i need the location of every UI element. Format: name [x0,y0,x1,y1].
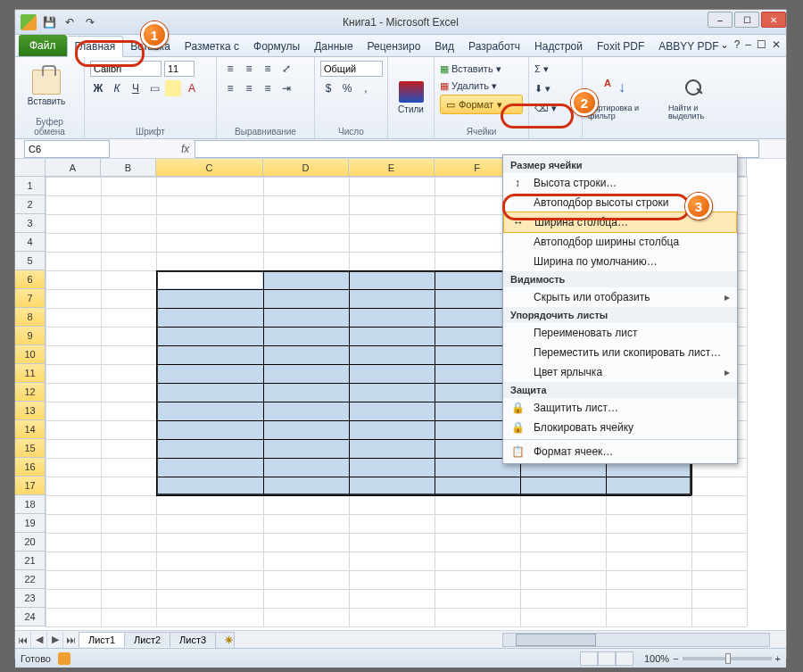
comma-button[interactable]: , [358,80,374,96]
tab-view[interactable]: Вид [427,37,461,56]
workbook-maximize-icon[interactable]: ☐ [757,38,766,51]
percent-button[interactable]: % [339,80,355,96]
menu-lock-cell[interactable]: 🔒Блокировать ячейку [503,418,737,437]
menu-row-height[interactable]: ↕Высота строки… [503,173,737,193]
row-header-10[interactable]: 10 [15,345,46,364]
tab-data[interactable]: Данные [307,37,360,56]
tab-abbyy-pdf[interactable]: ABBYY PDF [651,37,725,56]
underline-button[interactable]: Ч [128,80,144,96]
font-size-dropdown[interactable]: 11 [164,61,195,77]
column-header-E[interactable]: E [349,159,435,177]
align-center-button[interactable]: ≡ [241,80,257,96]
menu-format-cells[interactable]: 📋Формат ячеек… [503,442,737,461]
sheet-nav-prev[interactable]: ◀ [31,632,47,648]
sheet-tab-1[interactable]: Лист1 [79,632,125,647]
autosum-button[interactable]: Σ ▾ [534,61,576,77]
row-header-11[interactable]: 11 [15,364,46,383]
save-button[interactable]: 💾 [40,13,58,31]
row-header-24[interactable]: 24 [15,608,46,626]
workbook-close-icon[interactable]: ✕ [772,38,781,51]
tab-addins[interactable]: Надстрой [527,37,590,56]
row-header-20[interactable]: 20 [15,533,46,552]
name-box[interactable]: C6 [24,140,110,158]
row-header-6[interactable]: 6 [15,270,46,289]
column-header-A[interactable]: A [46,159,101,177]
row-header-7[interactable]: 7 [15,289,46,308]
help-icon[interactable]: ? [734,38,741,51]
row-header-12[interactable]: 12 [15,383,46,402]
select-all-corner[interactable] [15,159,46,177]
align-top-button[interactable]: ≡ [222,61,238,77]
styles-button[interactable]: Стили [393,61,428,135]
tab-review[interactable]: Рецензиро [360,37,428,56]
sheet-nav-next[interactable]: ▶ [47,632,63,648]
sheet-nav-first[interactable]: ⏮ [15,632,31,648]
column-header-B[interactable]: B [101,159,156,177]
macro-record-icon[interactable] [58,652,70,665]
scroll-thumb[interactable] [516,634,596,646]
view-page-layout-button[interactable] [598,651,616,666]
row-header-17[interactable]: 17 [15,477,46,495]
row-header-14[interactable]: 14 [15,420,46,439]
bold-button[interactable]: Ж [90,80,106,96]
fill-button[interactable]: ⬇ ▾ [534,80,576,96]
align-right-button[interactable]: ≡ [260,80,276,96]
row-header-21[interactable]: 21 [15,552,46,570]
column-header-C[interactable]: C [156,159,263,177]
fx-icon[interactable]: fx [181,143,189,155]
row-header-13[interactable]: 13 [15,402,46,420]
row-header-16[interactable]: 16 [15,458,46,477]
cells-delete-button[interactable]: ▦Удалить▾ [440,78,523,94]
row-header-18[interactable]: 18 [15,495,46,514]
ribbon-collapse-icon[interactable]: ⌄ [720,38,729,51]
tab-home[interactable]: Главная [67,36,124,57]
view-normal-button[interactable] [580,651,598,666]
row-header-4[interactable]: 4 [15,233,46,252]
column-header-D[interactable]: D [263,159,349,177]
tab-file[interactable]: Файл [19,35,67,56]
undo-button[interactable]: ↶ [61,13,79,31]
zoom-slider-knob[interactable] [725,653,731,664]
row-header-8[interactable]: 8 [15,308,46,327]
horizontal-scrollbar[interactable] [502,633,770,647]
fill-color-button[interactable] [165,80,181,96]
align-middle-button[interactable]: ≡ [241,61,257,77]
close-button[interactable]: ✕ [761,12,786,28]
zoom-in-button[interactable]: + [775,653,781,664]
row-header-1[interactable]: 1 [15,177,46,195]
sheet-tab-new[interactable]: ✳ [215,632,235,648]
clear-button[interactable]: ⌫ ▾ [534,100,576,116]
view-page-break-button[interactable] [616,651,633,666]
font-name-dropdown[interactable]: Calibri [90,61,161,77]
row-header-22[interactable]: 22 [15,570,46,589]
tab-page-layout[interactable]: Разметка с [178,37,246,56]
align-left-button[interactable]: ≡ [222,80,238,96]
italic-button[interactable]: К [109,80,125,96]
tab-foxit-pdf[interactable]: Foxit PDF [590,37,651,56]
workbook-minimize-icon[interactable]: – [745,38,751,51]
cells-format-button[interactable]: ▭Формат▾ [440,95,523,114]
zoom-level[interactable]: 100% [644,653,669,664]
minimize-button[interactable]: – [708,12,733,28]
row-header-15[interactable]: 15 [15,439,46,458]
indent-button[interactable]: ⇥ [278,80,294,96]
sheet-tab-2[interactable]: Лист2 [124,632,170,647]
menu-protect-sheet[interactable]: 🔒Защитить лист… [503,398,737,418]
row-headers[interactable]: 123456789101112131415161718192021222324 [15,177,46,626]
menu-tab-color[interactable]: Цвет ярлычка▸ [503,362,737,382]
font-color-button[interactable]: A [184,80,200,96]
row-header-5[interactable]: 5 [15,252,46,270]
menu-hide-unhide[interactable]: Скрыть или отобразить▸ [503,287,737,307]
sheet-tab-3[interactable]: Лист3 [170,632,216,647]
zoom-slider[interactable] [683,657,772,660]
menu-default-width[interactable]: Ширина по умолчанию… [503,252,737,271]
find-select-button[interactable]: Найти и выделить [668,61,720,137]
align-bottom-button[interactable]: ≡ [260,61,276,77]
menu-rename-sheet[interactable]: Переименовать лист [503,323,737,343]
menu-move-copy-sheet[interactable]: Переместить или скопировать лист… [503,343,737,362]
number-format-dropdown[interactable]: Общий [320,61,383,77]
row-header-23[interactable]: 23 [15,589,46,608]
zoom-out-button[interactable]: − [673,653,678,664]
sheet-nav-last[interactable]: ⏭ [63,632,79,648]
row-header-9[interactable]: 9 [15,327,46,345]
